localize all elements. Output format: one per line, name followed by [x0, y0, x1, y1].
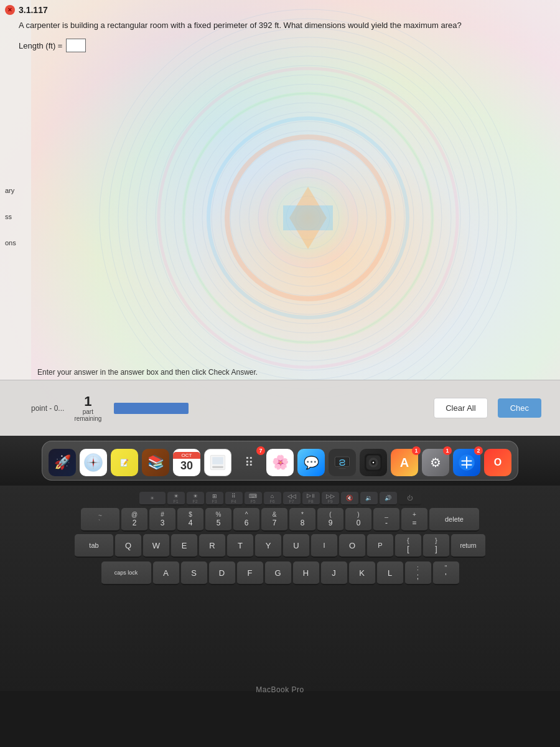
- key-k[interactable]: K: [349, 561, 375, 585]
- dock-preview[interactable]: [204, 449, 231, 476]
- remaining-label: remaining: [74, 415, 101, 422]
- key-o[interactable]: O: [339, 534, 365, 558]
- key-w[interactable]: W: [143, 534, 169, 558]
- point-label: point - 0...: [31, 404, 64, 413]
- key-7[interactable]: &7: [261, 508, 287, 532]
- dock: 🚀 📝: [42, 441, 518, 481]
- key-d[interactable]: D: [209, 561, 235, 585]
- key-0[interactable]: )0: [345, 508, 371, 532]
- dock-safari[interactable]: [80, 449, 107, 476]
- key-p[interactable]: P: [367, 534, 393, 558]
- dock-fontbook[interactable]: A 1: [391, 449, 418, 476]
- key-tab[interactable]: tab: [75, 534, 113, 558]
- dock-launchpad2[interactable]: ⠿ 7: [235, 449, 263, 476]
- clear-all-button[interactable]: Clear All: [434, 398, 487, 418]
- key-h[interactable]: H: [293, 561, 319, 585]
- question-text: A carpenter is building a rectangular ro…: [19, 20, 548, 31]
- key-f11[interactable]: 🔉: [360, 492, 378, 505]
- key-semicolon[interactable]: :;: [405, 561, 431, 585]
- key-plus[interactable]: +=: [401, 508, 427, 532]
- key-lbracket[interactable]: {[: [395, 534, 421, 558]
- key-minus[interactable]: _-: [373, 508, 399, 532]
- key-rbracket[interactable]: }]: [423, 534, 449, 558]
- key-j[interactable]: J: [321, 561, 347, 585]
- part-label: part: [83, 408, 93, 415]
- key-u[interactable]: U: [283, 534, 309, 558]
- dock-badge-2: 2: [474, 446, 483, 455]
- key-return[interactable]: return: [451, 534, 485, 558]
- dock-generic[interactable]: O: [484, 449, 511, 476]
- key-2[interactable]: @2: [121, 508, 147, 532]
- key-f1[interactable]: ☀ F1: [167, 492, 185, 505]
- key-f7[interactable]: ◁◁ F7: [283, 492, 301, 505]
- key-f2[interactable]: ☀ F2: [187, 492, 204, 505]
- part-info: 1 part remaining: [74, 395, 101, 422]
- key-t[interactable]: T: [227, 534, 253, 558]
- problem-number: 3.1.117: [19, 5, 48, 15]
- dock-appstore[interactable]: 2: [453, 449, 480, 476]
- key-e[interactable]: E: [171, 534, 197, 558]
- answer-row: Length (ft) =: [19, 39, 86, 52]
- dock-photos[interactable]: 🌸: [266, 449, 294, 476]
- key-f10[interactable]: 🔇: [341, 492, 358, 505]
- dock-books[interactable]: 📚: [142, 449, 169, 476]
- key-touch-id[interactable]: ⏻: [399, 492, 421, 505]
- part-number: 1: [84, 395, 91, 408]
- check-answer-button[interactable]: Chec: [498, 398, 541, 418]
- key-r[interactable]: R: [199, 534, 225, 558]
- close-button[interactable]: [5, 5, 15, 15]
- key-s[interactable]: S: [181, 561, 207, 585]
- screen-area: 3.1.117 A carpenter is building a rectan…: [0, 0, 560, 436]
- dock-messages[interactable]: 💬: [297, 449, 325, 476]
- key-a[interactable]: A: [153, 561, 179, 585]
- key-6[interactable]: ^6: [233, 508, 259, 532]
- key-f9[interactable]: ▷▷ F9: [322, 492, 339, 505]
- left-sidebar: ary ss ons: [0, 0, 31, 436]
- key-f3[interactable]: ⊞ F3: [206, 492, 223, 505]
- sidebar-item-ary: ary: [0, 187, 31, 194]
- key-escape[interactable]: ☀: [139, 492, 166, 505]
- key-delete[interactable]: delete: [429, 508, 479, 532]
- progress-bar-container: [114, 403, 189, 414]
- dock-badge-1a: 1: [412, 446, 421, 455]
- key-f5[interactable]: ⌨ F5: [245, 492, 262, 505]
- key-8[interactable]: *8: [289, 508, 315, 532]
- instruction-text: Enter your answer in the answer box and …: [37, 368, 258, 377]
- answer-label: Length (ft) =: [19, 41, 62, 50]
- dock-screen[interactable]: [329, 449, 356, 476]
- key-f4[interactable]: ⠿ F4: [225, 492, 243, 505]
- svg-rect-44: [338, 468, 345, 469]
- svg-point-49: [373, 462, 375, 464]
- key-f12[interactable]: 🔊: [380, 492, 397, 505]
- key-f6[interactable]: ⌂ F6: [264, 492, 281, 505]
- answer-input[interactable]: [66, 39, 86, 52]
- dock-area: 🚀 📝: [0, 436, 560, 486]
- qwerty-row: tab Q W E R T Y U I O P {[ }] return: [75, 534, 485, 558]
- key-y[interactable]: Y: [255, 534, 281, 558]
- key-5[interactable]: %5: [205, 508, 231, 532]
- svg-point-36: [93, 462, 95, 464]
- key-l[interactable]: L: [377, 561, 403, 585]
- key-9[interactable]: (9: [317, 508, 343, 532]
- key-4[interactable]: $4: [177, 508, 203, 532]
- svg-rect-39: [212, 457, 223, 464]
- key-3[interactable]: #3: [149, 508, 175, 532]
- key-caps[interactable]: caps lock: [101, 561, 151, 585]
- key-f[interactable]: F: [237, 561, 263, 585]
- fn-key-row: ☀ ☀ F1 ☀ F2 ⊞ F3 ⠿ F4 ⌨ F5 ⌂ F6 ◁◁ F7: [133, 492, 427, 505]
- dock-settings[interactable]: ⚙ 1: [422, 449, 449, 476]
- key-q[interactable]: Q: [115, 534, 141, 558]
- dock-launchpad[interactable]: 🚀: [49, 449, 76, 476]
- svg-rect-43: [340, 466, 344, 468]
- dock-badge-7: 7: [256, 446, 265, 455]
- key-quote[interactable]: "': [433, 561, 459, 585]
- content-area: 3.1.117 A carpenter is building a rectan…: [0, 0, 560, 436]
- dock-music[interactable]: [360, 449, 387, 476]
- key-backtick[interactable]: ~`: [81, 508, 119, 532]
- sidebar-item-ons: ons: [0, 239, 31, 247]
- key-f8[interactable]: ▷॥ F8: [302, 492, 320, 505]
- dock-notes[interactable]: 📝: [111, 449, 138, 476]
- key-i[interactable]: I: [311, 534, 337, 558]
- key-g[interactable]: G: [265, 561, 291, 585]
- dock-calendar[interactable]: OCT 30: [173, 449, 200, 476]
